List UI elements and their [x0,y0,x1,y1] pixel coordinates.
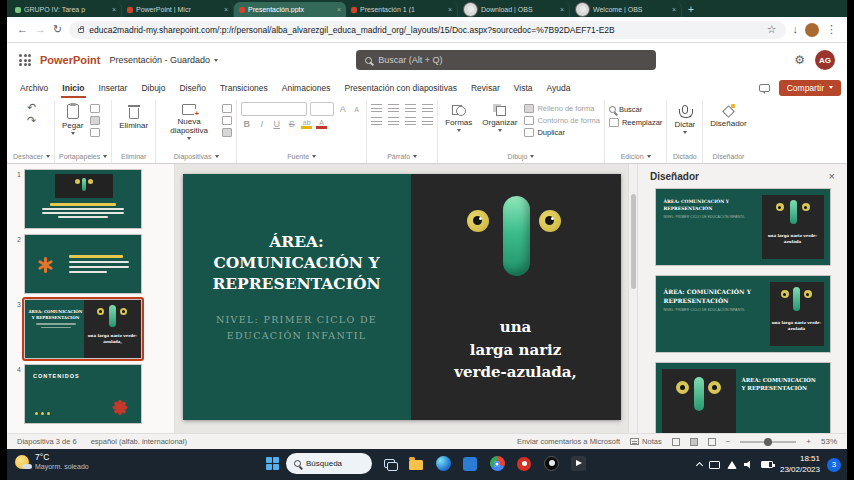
replace-button[interactable]: Reemplazar [609,118,662,127]
tab-dibujo[interactable]: Dibujo [134,77,172,98]
strikethrough-button[interactable]: S [286,119,297,129]
underline-button[interactable]: U [271,119,282,129]
copy-icon[interactable] [90,116,100,125]
clock[interactable]: 18:51 23/02/2023 [780,454,820,475]
zoom-level[interactable]: 53% [821,437,837,446]
search-input[interactable]: Buscar (Alt + Q) [356,50,656,70]
canvas-scrollbar[interactable] [628,164,637,433]
design-suggestion-1[interactable]: ÁREA: COMUNICACIÓN Y REPRESENTACIÓN NIVE… [655,188,831,266]
tab-diseno[interactable]: Diseño [172,77,212,98]
app-button-blue[interactable] [460,454,480,474]
volume-icon[interactable] [744,461,754,469]
redo-icon[interactable] [27,115,36,126]
slide-thumbnail-4[interactable]: CONTENIDOS [24,364,142,424]
browser-tab-welcome-obs[interactable]: Welcome | OBS [570,2,682,17]
format-painter-icon[interactable] [90,128,100,137]
tab-close-icon[interactable] [672,6,676,13]
tab-animaciones[interactable]: Animaciones [275,77,338,98]
design-suggestion-2[interactable]: ÁREA: COMUNICACIÓN Y REPRESENTACIÓN NIVE… [655,275,831,353]
reset-slide-icon[interactable] [222,116,232,125]
delete-button[interactable]: Eliminar [116,102,151,132]
settings-gear-icon[interactable] [794,54,805,66]
tab-close-icon[interactable] [112,6,116,13]
url-bar[interactable]: educa2madrid-my.sharepoint.com/:p:/r/per… [69,21,785,39]
media-player-button[interactable] [568,454,588,474]
find-button[interactable]: Buscar [609,105,642,114]
wifi-icon[interactable] [727,461,737,469]
taskbar-search[interactable]: Búsqueda [286,453,372,474]
chrome-button[interactable] [487,454,507,474]
file-explorer-button[interactable] [406,454,426,474]
undo-icon[interactable] [27,102,36,113]
language-status[interactable]: español (alfab. internacional) [91,437,187,446]
tab-insertar[interactable]: Insertar [92,77,135,98]
bookmark-star-icon[interactable] [767,24,777,35]
slide-sorter-view-icon[interactable] [690,438,698,446]
start-button[interactable] [266,457,279,470]
indent-decrease-icon[interactable] [405,104,416,112]
slide-thumbnail-2[interactable] [24,234,142,294]
font-size-select[interactable] [310,102,334,116]
designer-button[interactable]: Diseñador [707,102,749,130]
battery-icon[interactable] [761,461,773,468]
duplicate-button[interactable]: Duplicar [524,128,600,137]
font-name-select[interactable] [241,102,307,116]
cut-icon[interactable] [90,104,100,113]
tab-inicio[interactable]: Inicio [55,77,91,98]
align-left-icon[interactable] [371,117,382,125]
reload-icon[interactable] [53,24,62,35]
cast-icon[interactable] [709,461,720,469]
slide-thumbnail-1[interactable] [24,169,142,229]
highlight-color-icon[interactable]: ab [301,119,312,129]
tab-close-icon[interactable] [448,6,452,13]
document-title[interactable]: Presentación - Guardado [110,55,219,65]
tab-close-icon[interactable] [560,6,564,13]
notification-badge[interactable]: 3 [827,458,841,472]
dictate-button[interactable]: Dictar [671,102,698,136]
browser-tab-powerpoint[interactable]: PowerPoint | Micr [122,2,234,17]
browser-tab-presentacion-2[interactable]: Presentación 1 (1 [346,2,458,17]
shape-outline-button[interactable]: Contorno de forma [524,116,600,125]
zoom-out-icon[interactable] [726,437,731,446]
arrange-button[interactable]: Organizar [479,102,520,134]
design-suggestion-3[interactable]: ÁREA: COMUNICACIÓN Y REPRESENTACIÓN [655,362,831,433]
share-button[interactable]: Compartir [779,80,841,96]
tab-transiciones[interactable]: Transiciones [213,77,275,98]
close-icon[interactable] [829,171,835,182]
account-avatar[interactable]: AG [815,50,835,70]
layout-icon[interactable] [222,104,232,113]
tab-presentacion[interactable]: Presentación con diapositivas [338,77,464,98]
align-center-icon[interactable] [388,117,399,125]
task-view-button[interactable] [379,454,399,474]
browser-tab-grupo[interactable]: GRUPO IV: Tarea p [10,2,122,17]
browser-tab-download-obs[interactable]: Download | OBS [458,2,570,17]
weather-widget[interactable]: 7°C Mayorm. soleado [15,452,89,471]
browser-menu-icon[interactable] [826,24,837,35]
align-right-icon[interactable] [405,117,416,125]
slide-thumbnail-3-selected[interactable]: ÁREA: COMUNICACIÓN Y REPRESENTACIÓN una … [24,299,142,359]
browser-tab-presentacion-active[interactable]: Presentación.pptx [234,2,346,17]
back-icon[interactable] [17,24,28,35]
recording-app-button[interactable] [514,454,534,474]
app-launcher-icon[interactable] [19,54,31,66]
new-slide-button[interactable]: Nueva diapositiva [160,102,218,142]
downloads-icon[interactable] [793,24,799,35]
font-color-icon[interactable]: A [316,119,327,129]
feedback-link[interactable]: Enviar comentarios a Microsoft [517,437,620,446]
grow-font-icon[interactable]: A [337,104,348,114]
slide-caption-textbox[interactable]: una larga nariz verde-azulada, [411,316,621,384]
notes-toggle[interactable]: Notas [630,437,662,446]
slide-subtitle-textbox[interactable]: NIVEL: PRIMER CICLO DE EDUCACIÓN INFANTI… [199,312,395,344]
shape-fill-button[interactable]: Relleno de forma [524,104,600,113]
bullets-icon[interactable] [371,104,382,112]
paste-button[interactable]: Pegar [59,102,86,137]
new-tab-button[interactable] [688,2,694,17]
edge-browser-button[interactable] [433,454,453,474]
tab-vista[interactable]: Vista [507,77,540,98]
slideshow-view-icon[interactable] [708,438,716,446]
shrink-font-icon[interactable]: A [351,106,362,113]
obs-studio-button[interactable] [541,454,561,474]
comments-icon[interactable] [759,84,770,92]
tab-revisar[interactable]: Revisar [464,77,507,98]
line-spacing-icon[interactable] [422,117,433,125]
